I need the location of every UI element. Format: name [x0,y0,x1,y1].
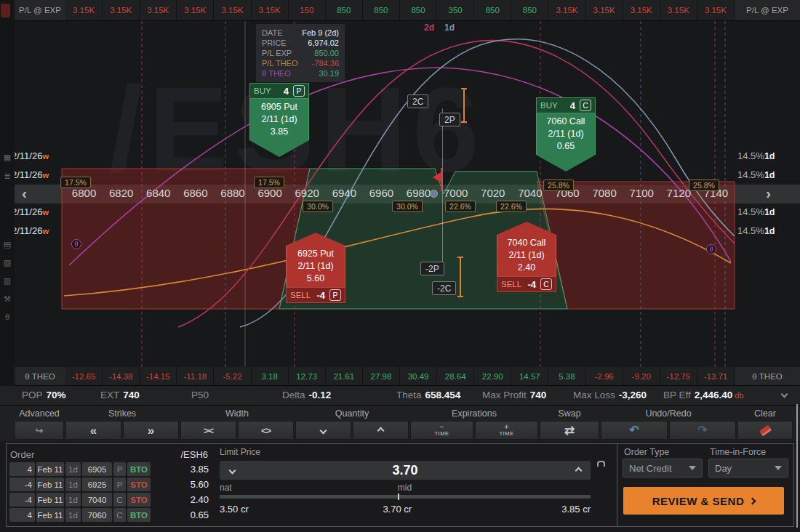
notes-icon[interactable]: ▥ [0,276,15,286]
leg-quantity[interactable]: -4 [9,493,35,507]
theta-value: -13.71 [697,367,735,385]
prob-badge: 17.5% [60,177,91,188]
panel-icon[interactable]: ▤ [0,240,15,249]
current-price-dot [430,190,438,198]
order-type-label: Order Type [624,447,669,457]
sell-call-flag[interactable]: 7040 Call 2/11 (1d) 2.40 SELL -4 C [497,222,556,292]
curve-label-2d: 2d [424,23,434,33]
leg-right: C [113,508,126,522]
undo-button[interactable]: ↶ [601,421,668,440]
time-plus-button[interactable]: +TIME [475,421,538,440]
clear-button[interactable] [737,421,793,440]
toolbar-group-strikes: Strikes « » [65,406,179,441]
trade-metrics-bar: POP70% EXT740 P50 Delta-0.12 Theta658.45… [0,386,800,406]
call-chip: C [540,278,552,290]
leg-right: P [113,477,126,491]
expiration-row[interactable]: 2/11/26w [12,150,49,161]
tools-icon[interactable]: ⚒ [0,294,15,304]
strike-axis: 6800682068406860688069006920694069606980… [65,187,735,202]
expiration-row[interactable]: 2/11/26w [12,206,49,217]
call-chip: C [580,100,591,111]
toolbar-group-quantity: Quantity [295,406,409,441]
prob-badge: 25.8% [689,180,719,191]
leg-handle-minus2p[interactable]: -2P [420,262,444,275]
leg-handle-minus2c[interactable]: -2C [432,281,456,295]
eraser-icon [759,424,771,436]
theta-icon[interactable]: θ [0,313,15,321]
tif-select[interactable]: Day [708,459,788,477]
leg-quantity[interactable]: 4 [9,508,35,522]
expiration-row[interactable]: 2/11/26w [12,225,49,236]
widen-width-button[interactable]: <> [238,421,294,440]
leg-action[interactable]: BTO [127,462,151,476]
collapse-metrics-icon[interactable] [781,391,788,398]
time-plus-icon: +TIME [500,423,514,437]
mid-price: 3.70 cr [383,504,412,515]
price-slider[interactable] [220,495,591,499]
strikes-out-button[interactable]: » [123,421,179,440]
theta-value: -12.75 [660,367,697,385]
leg-dte: 1d [65,462,81,476]
tooltip-row: θ THEO30.19 [262,68,339,78]
slider-thumb[interactable] [398,493,399,500]
order-type-select[interactable]: Net Credit [623,459,703,477]
leg-expiration[interactable]: Feb 11 [36,493,64,507]
strike-label: 6900 [252,187,289,202]
buy-call-flag[interactable]: BUY 4 C 7060 Call 2/11 (1d) 0.65 [536,97,596,172]
swap-button[interactable]: ⇄ [540,421,599,440]
leg-strike[interactable]: 7060 [82,508,112,522]
price-increment-button[interactable] [566,461,591,480]
quantity-up-button[interactable] [353,421,409,440]
iv-dte-row: 14.5%1d [737,225,775,236]
prob-badge: 22.6% [445,201,476,212]
flag-body: 7040 Call 2/11 (1d) 2.40 [497,235,556,276]
leg-action[interactable]: BTO [127,508,151,522]
leg-action[interactable]: STO [127,477,151,491]
scroll-right-icon[interactable]: › [766,185,771,201]
risk-curve-chart[interactable]: /ESH6 680068206840686068806900692069 [0,21,800,367]
list-icon[interactable]: ≣ [0,172,15,181]
leg-strike[interactable]: 7040 [82,493,112,507]
pl-exp-value: 350 [437,0,474,20]
leg-action[interactable]: STO [127,493,151,507]
iv-dte-row: 14.5%1d [737,150,775,161]
prob-badge: 17.5% [254,177,284,188]
chart-icon[interactable]: ▧ [0,258,15,267]
review-send-button[interactable]: REVIEW & SEND [623,487,784,515]
strike-label: 7020 [474,187,511,202]
metric-delta: Delta-0.12 [282,390,331,400]
swap-icon: ⇄ [564,424,575,437]
strike-label: 6800 [65,187,103,202]
leg-quantity[interactable]: 4 [9,462,35,476]
put-chip: P [329,289,341,301]
strikes-in-button[interactable]: « [65,421,121,440]
leg-expiration[interactable]: Feb 11 [36,477,64,491]
redo-button[interactable]: ↷ [669,421,736,440]
advanced-mode-button[interactable]: ↪ [15,421,64,440]
mid-label: mid [398,483,412,493]
toolbar-group-undo-redo: Undo/Redo ↶ ↷ [601,406,736,441]
quantity-down-button[interactable] [295,421,351,440]
leg-expiration[interactable]: Feb 11 [36,462,64,476]
toolbar-group-swap: Swap ⇄ [540,406,599,441]
flag-pointer [536,155,596,172]
pl-exp-row: P/L @ EXP 3.15K3.15K3.15K3.15K3.15K3.15K… [0,0,800,21]
buy-put-flag[interactable]: BUY 4 P 6905 Put 2/11 (1d) 3.85 [249,83,309,157]
time-minus-button[interactable]: −TIME [410,421,473,440]
flag-header: BUY 4 C [536,97,596,113]
scroll-left-icon[interactable]: ‹ [22,185,27,201]
expiration-row[interactable]: 2/11/26w [12,169,49,180]
leg-handle-2p[interactable]: 2P [439,113,460,126]
leg-handle-2c[interactable]: 2C [407,94,428,108]
leg-expiration[interactable]: Feb 11 [36,508,64,522]
limit-price-input[interactable]: 3.70 [220,461,591,480]
theta-value: 27.98 [363,367,400,385]
price-decrement-button[interactable] [220,461,244,480]
leg-quantity[interactable]: -4 [9,477,35,491]
leg-strike[interactable]: 6905 [82,462,112,476]
narrow-width-button[interactable]: >< [180,421,236,440]
metric-max-loss: Max Loss-3,260 [573,390,647,400]
sell-put-flag[interactable]: 6925 Put 2/11 (1d) 5.60 SELL -4 P [286,233,345,303]
grid-icon[interactable]: ▦ [0,153,15,162]
leg-strike[interactable]: 6925 [82,477,112,491]
